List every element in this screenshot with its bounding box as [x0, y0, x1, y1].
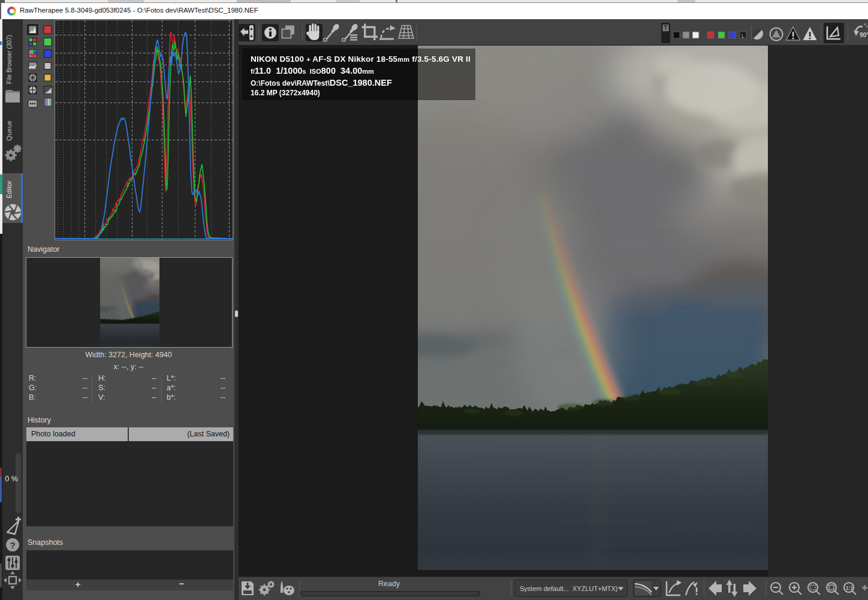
svg-text:Ready: Ready [378, 580, 400, 588]
svg-text:L: L [742, 33, 745, 39]
svg-text:?: ? [10, 540, 15, 550]
svg-text:0 %: 0 % [5, 475, 18, 483]
svg-text:System default... XYZLUT+MTX): System default... XYZLUT+MTX) [520, 585, 618, 592]
svg-text:1:1: 1:1 [846, 585, 854, 591]
svg-text:90°: 90° [860, 32, 868, 38]
